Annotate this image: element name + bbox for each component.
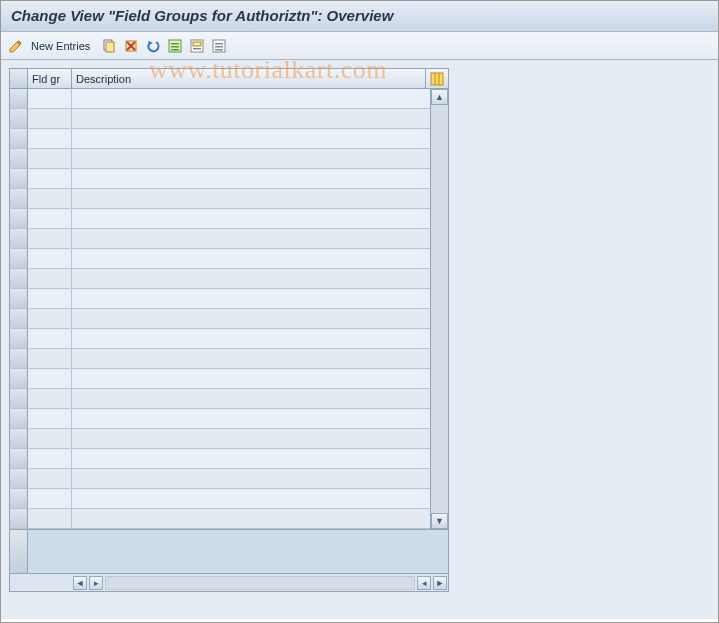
cell-fldgr[interactable] (28, 149, 72, 168)
cell-fldgr[interactable] (28, 369, 72, 388)
row-selector[interactable] (10, 289, 28, 308)
table-row[interactable] (10, 189, 430, 209)
table-row[interactable] (10, 209, 430, 229)
row-selector[interactable] (10, 129, 28, 148)
cell-description[interactable] (72, 229, 430, 248)
vertical-scrollbar[interactable]: ▲ ▼ (430, 89, 448, 529)
cell-description[interactable] (72, 89, 430, 108)
row-selector[interactable] (10, 429, 28, 448)
cell-description[interactable] (72, 289, 430, 308)
table-row[interactable] (10, 409, 430, 429)
row-selector[interactable] (10, 309, 28, 328)
row-selector[interactable] (10, 329, 28, 348)
cell-description[interactable] (72, 369, 430, 388)
table-row[interactable] (10, 129, 430, 149)
table-row[interactable] (10, 289, 430, 309)
table-row[interactable] (10, 489, 430, 509)
select-block-icon[interactable] (188, 37, 206, 55)
row-selector[interactable] (10, 269, 28, 288)
table-row[interactable] (10, 309, 430, 329)
edit-icon[interactable] (7, 37, 25, 55)
table-row[interactable] (10, 329, 430, 349)
cell-fldgr[interactable] (28, 229, 72, 248)
row-selector[interactable] (10, 149, 28, 168)
table-row[interactable] (10, 469, 430, 489)
cell-description[interactable] (72, 189, 430, 208)
cell-fldgr[interactable] (28, 449, 72, 468)
row-selector[interactable] (10, 189, 28, 208)
table-row[interactable] (10, 229, 430, 249)
row-selector[interactable] (10, 109, 28, 128)
row-selector[interactable] (10, 469, 28, 488)
cell-description[interactable] (72, 109, 430, 128)
cell-description[interactable] (72, 469, 430, 488)
undo-icon[interactable] (144, 37, 162, 55)
table-row[interactable] (10, 349, 430, 369)
cell-description[interactable] (72, 329, 430, 348)
cell-fldgr[interactable] (28, 89, 72, 108)
row-selector[interactable] (10, 249, 28, 268)
row-selector[interactable] (10, 89, 28, 108)
column-header-description[interactable]: Description (72, 69, 426, 88)
scroll-track-vertical[interactable] (431, 105, 448, 513)
table-row[interactable] (10, 509, 430, 529)
cell-description[interactable] (72, 149, 430, 168)
scroll-down-button[interactable]: ▼ (431, 513, 448, 529)
horizontal-scrollbar[interactable]: ◄ ▸ ◂ ► (10, 573, 448, 591)
table-row[interactable] (10, 109, 430, 129)
table-row[interactable] (10, 369, 430, 389)
cell-description[interactable] (72, 489, 430, 508)
scroll-right-step-button[interactable]: ◂ (417, 576, 431, 590)
cell-fldgr[interactable] (28, 389, 72, 408)
table-row[interactable] (10, 429, 430, 449)
row-selector[interactable] (10, 229, 28, 248)
cell-description[interactable] (72, 389, 430, 408)
select-all-icon[interactable] (166, 37, 184, 55)
cell-fldgr[interactable] (28, 329, 72, 348)
select-all-column-header[interactable] (10, 69, 28, 88)
scroll-track-horizontal[interactable] (105, 576, 415, 590)
row-selector[interactable] (10, 489, 28, 508)
cell-description[interactable] (72, 349, 430, 368)
cell-description[interactable] (72, 429, 430, 448)
cell-description[interactable] (72, 509, 430, 528)
cell-description[interactable] (72, 129, 430, 148)
row-selector[interactable] (10, 509, 28, 528)
scroll-up-button[interactable]: ▲ (431, 89, 448, 105)
scroll-left-step-button[interactable]: ▸ (89, 576, 103, 590)
cell-description[interactable] (72, 169, 430, 188)
cell-fldgr[interactable] (28, 289, 72, 308)
table-row[interactable] (10, 449, 430, 469)
cell-fldgr[interactable] (28, 509, 72, 528)
table-row[interactable] (10, 89, 430, 109)
cell-fldgr[interactable] (28, 349, 72, 368)
deselect-icon[interactable] (210, 37, 228, 55)
delete-icon[interactable] (122, 37, 140, 55)
row-selector[interactable] (10, 349, 28, 368)
cell-description[interactable] (72, 449, 430, 468)
cell-fldgr[interactable] (28, 209, 72, 228)
row-selector[interactable] (10, 209, 28, 228)
cell-description[interactable] (72, 209, 430, 228)
cell-fldgr[interactable] (28, 129, 72, 148)
row-selector[interactable] (10, 449, 28, 468)
cell-fldgr[interactable] (28, 489, 72, 508)
cell-fldgr[interactable] (28, 189, 72, 208)
cell-fldgr[interactable] (28, 469, 72, 488)
table-config-icon[interactable] (426, 69, 448, 88)
row-selector[interactable] (10, 369, 28, 388)
cell-fldgr[interactable] (28, 109, 72, 128)
table-row[interactable] (10, 389, 430, 409)
scroll-right-button[interactable]: ► (433, 576, 447, 590)
cell-fldgr[interactable] (28, 309, 72, 328)
cell-fldgr[interactable] (28, 429, 72, 448)
cell-fldgr[interactable] (28, 249, 72, 268)
row-selector[interactable] (10, 389, 28, 408)
table-row[interactable] (10, 269, 430, 289)
new-entries-button[interactable]: New Entries (31, 40, 90, 52)
table-row[interactable] (10, 249, 430, 269)
scroll-left-button[interactable]: ◄ (73, 576, 87, 590)
cell-description[interactable] (72, 409, 430, 428)
column-header-fldgr[interactable]: Fld gr (28, 69, 72, 88)
table-row[interactable] (10, 169, 430, 189)
